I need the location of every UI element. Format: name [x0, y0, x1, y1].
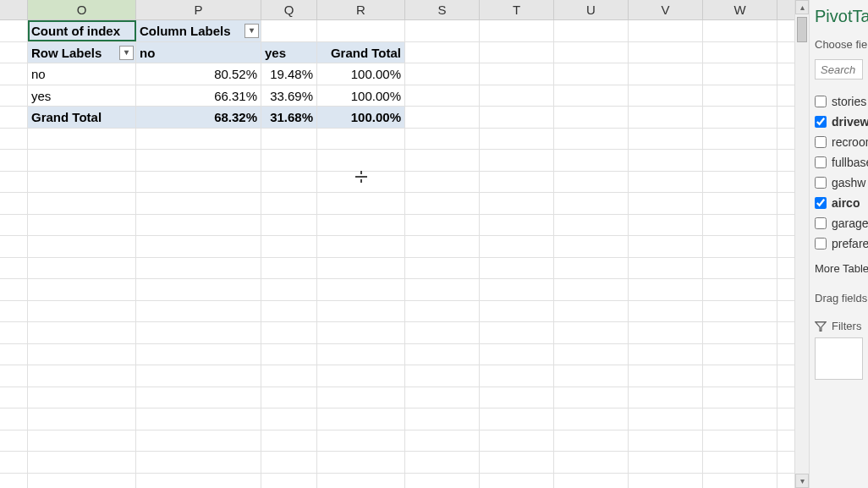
- cell[interactable]: [629, 42, 703, 63]
- cell[interactable]: [554, 236, 629, 257]
- cell[interactable]: [317, 344, 405, 365]
- pivot-grand-total-value[interactable]: 68.32%: [136, 107, 261, 128]
- col-header-S[interactable]: S: [405, 0, 480, 19]
- cell[interactable]: [261, 215, 317, 236]
- cell[interactable]: [136, 236, 261, 257]
- cell[interactable]: [629, 430, 703, 452]
- cell[interactable]: [136, 193, 261, 214]
- cell[interactable]: [28, 258, 136, 279]
- cell[interactable]: [703, 129, 777, 150]
- cell[interactable]: [261, 20, 317, 41]
- field-checkbox[interactable]: [815, 136, 827, 148]
- cell[interactable]: [28, 365, 136, 387]
- cell[interactable]: [405, 322, 480, 343]
- cell[interactable]: [629, 344, 703, 365]
- cell[interactable]: [317, 408, 405, 430]
- cell[interactable]: [629, 474, 703, 489]
- cell[interactable]: [554, 85, 629, 107]
- field-checkbox[interactable]: [815, 238, 827, 249]
- cell[interactable]: [405, 63, 480, 85]
- cell[interactable]: [554, 430, 629, 452]
- row-header[interactable]: [0, 20, 28, 41]
- cell[interactable]: [480, 387, 554, 408]
- row-header[interactable]: [0, 129, 28, 150]
- row-labels-dropdown[interactable]: [119, 46, 134, 60]
- cell[interactable]: [554, 107, 629, 128]
- cell[interactable]: [629, 129, 703, 150]
- cell[interactable]: [261, 236, 317, 257]
- cell[interactable]: [405, 344, 480, 365]
- cell[interactable]: [317, 474, 405, 489]
- cell[interactable]: [405, 365, 480, 387]
- cell[interactable]: [317, 150, 405, 171]
- field-checkbox[interactable]: [815, 177, 827, 189]
- cell[interactable]: [405, 42, 480, 63]
- row-header[interactable]: [0, 63, 28, 85]
- cell[interactable]: [480, 42, 554, 63]
- pivot-value[interactable]: 19.48%: [261, 63, 317, 85]
- cell[interactable]: [28, 150, 136, 171]
- cell[interactable]: [136, 150, 261, 171]
- cell[interactable]: [28, 215, 136, 236]
- col-header-O[interactable]: O: [28, 0, 136, 19]
- row-header[interactable]: [0, 150, 28, 171]
- corner-cell[interactable]: [0, 0, 28, 19]
- cell[interactable]: [480, 344, 554, 365]
- cell[interactable]: [28, 172, 136, 193]
- row-header[interactable]: [0, 172, 28, 193]
- pivot-column-labels[interactable]: Column Labels: [136, 20, 261, 41]
- cell[interactable]: [554, 387, 629, 408]
- cell[interactable]: [317, 215, 405, 236]
- cell[interactable]: [703, 430, 777, 452]
- cell[interactable]: [405, 452, 480, 473]
- cell[interactable]: [554, 452, 629, 473]
- pivot-grand-total-value[interactable]: 31.68%: [261, 107, 317, 128]
- cell[interactable]: [703, 452, 777, 473]
- cell[interactable]: [317, 279, 405, 300]
- cell[interactable]: [629, 172, 703, 193]
- cell[interactable]: [703, 408, 777, 430]
- cell[interactable]: [136, 215, 261, 236]
- cell[interactable]: [28, 344, 136, 365]
- cell[interactable]: [261, 474, 317, 489]
- cell[interactable]: [405, 129, 480, 150]
- vertical-scrollbar[interactable]: ▴ ▾: [794, 0, 809, 488]
- cell[interactable]: [480, 430, 554, 452]
- cell[interactable]: [554, 63, 629, 85]
- cell[interactable]: [554, 344, 629, 365]
- cell[interactable]: [480, 236, 554, 257]
- field-item-recroom[interactable]: recroom: [815, 132, 863, 152]
- cell[interactable]: [405, 430, 480, 452]
- pivot-row-label[interactable]: no: [28, 63, 136, 85]
- cell[interactable]: [261, 430, 317, 452]
- field-checkbox[interactable]: [815, 96, 827, 107]
- field-item-fullbase[interactable]: fullbase: [815, 152, 863, 173]
- cell[interactable]: [554, 408, 629, 430]
- col-header-V[interactable]: V: [629, 0, 703, 19]
- cell[interactable]: [405, 150, 480, 171]
- cell[interactable]: [703, 215, 777, 236]
- row-header[interactable]: [0, 236, 28, 257]
- pivot-value[interactable]: 80.52%: [136, 63, 261, 85]
- cell[interactable]: [554, 258, 629, 279]
- scroll-up-button[interactable]: ▴: [795, 0, 809, 14]
- row-header[interactable]: [0, 301, 28, 322]
- cell[interactable]: [261, 408, 317, 430]
- cell[interactable]: [629, 408, 703, 430]
- cell[interactable]: [480, 279, 554, 300]
- cell[interactable]: [703, 474, 777, 489]
- cell[interactable]: [405, 193, 480, 214]
- col-header-P[interactable]: P: [136, 0, 261, 19]
- cell[interactable]: [554, 474, 629, 489]
- row-header[interactable]: [0, 85, 28, 107]
- field-checkbox[interactable]: [815, 217, 827, 229]
- cell[interactable]: [629, 215, 703, 236]
- cell[interactable]: [261, 193, 317, 214]
- cell[interactable]: [136, 365, 261, 387]
- field-search-input[interactable]: [815, 59, 863, 80]
- cell[interactable]: [480, 322, 554, 343]
- col-header-R[interactable]: R: [317, 0, 405, 19]
- cell[interactable]: [317, 236, 405, 257]
- cell[interactable]: [703, 172, 777, 193]
- cell[interactable]: [480, 20, 554, 41]
